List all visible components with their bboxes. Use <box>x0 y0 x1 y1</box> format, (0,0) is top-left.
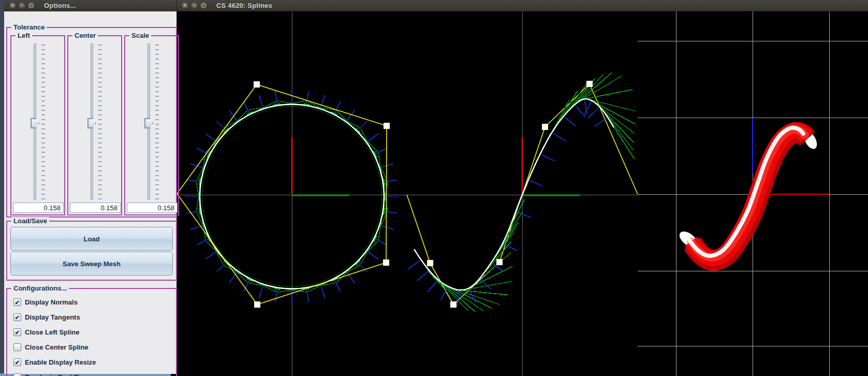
tolerance-group-label: Tolerance <box>11 23 47 31</box>
minimize-icon[interactable]: – <box>18 2 26 9</box>
normal-line <box>384 180 398 182</box>
normal-line <box>408 261 420 269</box>
tolerance-center-group: Center 0.158 <box>67 35 122 215</box>
control-point-handle[interactable] <box>450 301 457 308</box>
checkbox-checked-icon[interactable]: ✔ <box>13 373 21 376</box>
normal-line <box>576 106 585 117</box>
checkbox-checked-icon[interactable]: ✔ <box>13 298 21 306</box>
checkbox-label: Display Tangents <box>25 313 80 321</box>
options-window-titlebar[interactable]: ✕ – ▢ Options... <box>4 0 176 11</box>
control-point-handle[interactable] <box>383 259 389 266</box>
normal-line <box>428 281 437 292</box>
scale-value-field[interactable]: 0.158 <box>127 203 178 213</box>
normal-line <box>229 272 237 283</box>
left-slider-thumb[interactable] <box>31 118 39 128</box>
checkbox-row-enable-display-resize[interactable]: ✔Enable Display Resize <box>13 357 96 367</box>
tolerance-left-label: Left <box>16 32 32 39</box>
checkbox-checked-icon[interactable]: ✔ <box>13 328 21 336</box>
checkbox-row-close-left-spline[interactable]: ✔Close Left Spline <box>13 327 79 337</box>
tolerance-scale-label: Scale <box>129 32 151 39</box>
normal-line <box>380 225 393 229</box>
control-point-handle[interactable] <box>384 123 390 129</box>
maximize-icon[interactable]: ▢ <box>27 2 35 9</box>
checkbox-row-close-center-spline[interactable]: Close Center Spline <box>13 342 89 352</box>
scale-slider-thumb[interactable] <box>144 118 153 128</box>
normal-line <box>367 134 378 141</box>
normal-line <box>187 211 200 213</box>
normal-line <box>588 108 598 118</box>
normal-line <box>594 119 607 126</box>
normal-line <box>440 287 447 300</box>
normal-line <box>229 110 237 121</box>
options-panel: Tolerance Left 0.158Center 0.158Scale 0.… <box>4 11 176 374</box>
checkbox-label: Render in Real Time <box>25 373 90 376</box>
center-spline-curve <box>414 99 614 290</box>
normal-line <box>553 134 566 141</box>
scale-slider-ticks <box>155 45 159 200</box>
left-slider-ticks <box>41 45 45 200</box>
checkbox-checked-icon[interactable]: ✔ <box>13 358 21 366</box>
tangent-line <box>580 76 622 101</box>
checkbox-label: Close Left Spline <box>25 328 79 336</box>
normal-line <box>380 164 393 168</box>
left-value-field[interactable]: 0.158 <box>13 203 64 213</box>
desktop-edge-strip <box>0 0 4 376</box>
normal-line <box>358 121 367 131</box>
tangent-line <box>453 288 500 305</box>
splines-viewport-canvas[interactable] <box>171 11 868 376</box>
normal-line <box>306 288 308 302</box>
tolerance-scale-group: Scale 0.158 <box>124 35 179 215</box>
close-icon[interactable]: ✕ <box>181 2 189 9</box>
checkbox-label: Display Normals <box>25 298 78 306</box>
load-button[interactable]: Load <box>10 227 173 251</box>
normal-line <box>530 181 543 186</box>
normal-line <box>205 251 216 259</box>
checkbox-label: Enable Display Resize <box>25 358 96 366</box>
normal-line <box>216 121 226 131</box>
control-point-handle[interactable] <box>542 124 548 130</box>
splines-window-titlebar[interactable]: ✕ – ▢ CS 4620: Splines <box>171 0 868 11</box>
control-point-handle[interactable] <box>254 81 260 88</box>
center-value-field[interactable]: 0.158 <box>70 203 121 213</box>
save-sweep-mesh-button[interactable]: Save Sweep Mesh <box>10 252 173 276</box>
options-window: ✕ – ▢ Options... Tolerance Left 0.158Cen… <box>4 0 177 374</box>
control-point-handle[interactable] <box>427 260 433 266</box>
center-slider-thumb[interactable] <box>87 118 96 128</box>
load-save-group-label: Load/Save <box>11 217 49 225</box>
options-window-title: Options... <box>44 2 76 9</box>
normal-line <box>480 280 491 290</box>
control-point-handle[interactable] <box>254 301 260 308</box>
minimize-icon[interactable]: – <box>190 2 198 9</box>
normal-line <box>417 271 428 281</box>
checkbox-unchecked-icon[interactable] <box>13 343 21 351</box>
configurations-group: Configurations... ✔Display Normals✔Displ… <box>6 288 177 376</box>
maximize-icon[interactable]: ▢ <box>200 2 208 9</box>
normal-line <box>367 251 378 259</box>
checkbox-row-display-tangents[interactable]: ✔Display Tangents <box>13 312 80 322</box>
center-slider-ticks <box>98 45 102 200</box>
tangent-line <box>464 281 512 290</box>
normal-line <box>187 180 200 182</box>
normal-line <box>306 91 308 105</box>
normal-line <box>205 134 216 141</box>
tangent-line <box>575 73 612 105</box>
checkbox-row-render-in-real-time[interactable]: ✔Render in Real Time <box>13 372 90 376</box>
configurations-group-label: Configurations... <box>11 284 69 292</box>
control-point-handle[interactable] <box>586 81 593 87</box>
tangent-line <box>588 99 636 111</box>
load-save-group: Load/Save LoadSave Sweep Mesh <box>6 221 177 281</box>
desktop-screen: ✕ – ▢ CS 4620: Splines ✕ – ▢ Options... … <box>0 0 868 376</box>
tolerance-left-group: Left 0.158 <box>10 35 65 215</box>
normal-line <box>216 263 226 272</box>
checkbox-label: Close Center Spline <box>25 343 89 351</box>
normal-line <box>275 288 277 302</box>
normal-line <box>321 285 325 298</box>
close-icon[interactable]: ✕ <box>9 2 17 9</box>
checkbox-row-display-normals[interactable]: ✔Display Normals <box>13 297 78 307</box>
splines-window-title: CS 4620: Splines <box>216 2 272 9</box>
checkbox-checked-icon[interactable]: ✔ <box>13 313 21 321</box>
normal-line <box>259 95 263 108</box>
tolerance-center-label: Center <box>72 32 98 39</box>
normal-line <box>259 285 263 298</box>
control-point-handle[interactable] <box>496 259 503 265</box>
